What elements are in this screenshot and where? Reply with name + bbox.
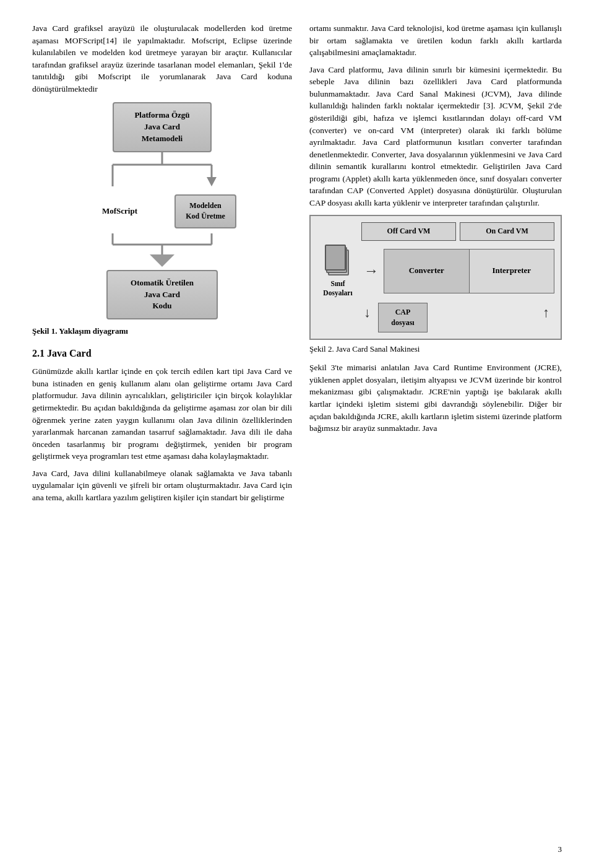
converter-box: Converter [384,250,470,293]
svg-marker-4 [207,177,217,186]
sekil-2-caption-text: Java Card Sanal Makinesi [334,344,420,354]
diagram-connectors-bottom [69,233,255,267]
section-heading-java-card: 2.1 Java Card [32,346,292,360]
right-para-3: Şekil 3'te mimarisi anlatılan Java Card … [309,362,562,434]
right-para-2: Java Card platformu, Java dilinin sınırl… [309,64,562,209]
card-icon-layer-1 [325,245,346,271]
off-card-vm-label: Off Card VM [361,222,456,240]
on-card-vm-label: On Card VM [460,222,554,240]
sekil-2-caption-bold: Şekil 2. [309,344,334,354]
page-number: 3 [558,844,562,856]
interpreter-box: Interpreter [470,250,554,293]
sekil-1-caption-text: Yaklaşım diyagramı [57,326,127,336]
diagram-connectors-top [69,152,255,189]
arrow-right-icon: → [364,260,379,282]
diagram-2: Off Card VM On Card VM SınıfDosyaları [309,215,562,340]
sekil-2-caption: Şekil 2. Java Card Sanal Makinesi [309,344,562,355]
cap-dosyasi-box: CAPdosyası [378,303,428,333]
left-para-2: Günümüzde akıllı kartlar içinde en çok t… [32,365,292,462]
sekil-1-caption-bold: Şekil 1. [32,326,57,336]
page: Java Card grafiksel arayüzü ile oluşturu… [0,0,594,868]
otomatik-box: Otomatik Üretilen Java Card Kodu [106,270,218,320]
diagram-1: Platforma Özgü Java Card Metamodeli [69,102,255,319]
modelden-box: Modelden Kod Üretme [174,194,236,228]
diagram-middle-row: MofScript Modelden Kod Üretme [69,194,255,228]
left-column: Java Card grafiksel arayüzü ile oluşturu… [32,22,292,508]
sinif-dosyalari-label: SınıfDosyaları [323,279,352,298]
svg-marker-9 [150,254,174,267]
platform-box: Platforma Özgü Java Card Metamodeli [113,102,212,152]
two-column-layout: Java Card grafiksel arayüzü ile oluşturu… [32,22,562,508]
mofscript-label: MofScript [88,206,137,217]
right-column: ortamı sunmaktır. Java Card teknolojisi,… [309,22,562,508]
left-para-3: Java Card, Java dilini kullanabilmeye ol… [32,467,292,504]
left-para-1: Java Card grafiksel arayüzü ile oluşturu… [32,22,292,95]
right-para-1: ortamı sunmaktır. Java Card teknolojisi,… [309,22,562,59]
sekil-1-caption: Şekil 1. Yaklaşım diyagramı [32,326,292,337]
